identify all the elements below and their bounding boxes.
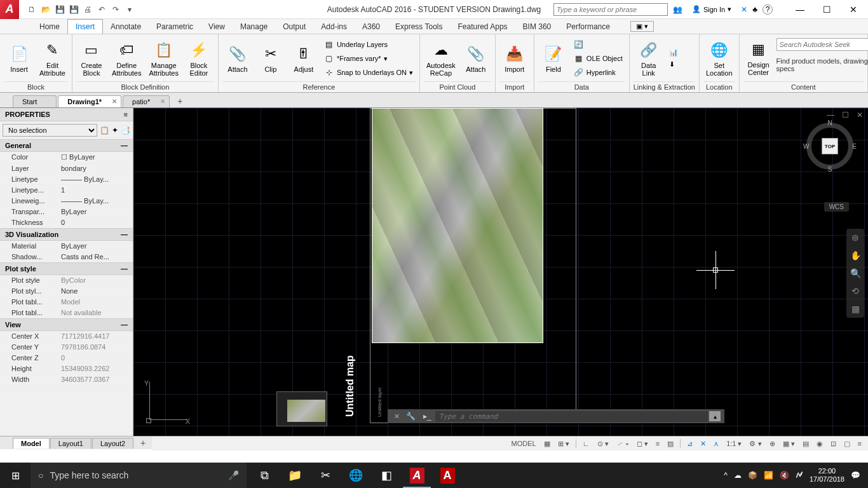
section-general[interactable]: General— [0, 139, 133, 152]
file-tab-patio[interactable]: patio*✕ [123, 95, 170, 107]
infocenter-icon[interactable]: 👥 [673, 5, 682, 14]
tab-view[interactable]: View [201, 20, 233, 34]
tab-addins[interactable]: Add-ins [313, 20, 355, 34]
taskview-icon[interactable]: ⧉ [249, 463, 280, 488]
notifications-icon[interactable]: 💬 [851, 471, 860, 480]
preview-thumbnail[interactable] [276, 391, 327, 426]
section-plot[interactable]: Plot style— [0, 262, 133, 275]
block-editor-button[interactable]: ⚡Block Editor [184, 39, 214, 78]
saveas-icon[interactable]: 💾 [67, 3, 80, 16]
polar-icon[interactable]: ⊙ ▾ [596, 440, 610, 448]
tab-home[interactable]: Home [32, 20, 67, 34]
help-icon[interactable]: ? [763, 4, 773, 15]
customize-icon[interactable]: ≡ [857, 440, 863, 447]
field-button[interactable]: 📝Field [538, 43, 569, 74]
close-tab-icon[interactable]: ✕ [160, 98, 165, 105]
manage-attributes-button[interactable]: 📋Manage Attributes [146, 39, 180, 78]
hyperlink-button[interactable]: 🔗Hyperlink [571, 66, 625, 79]
hardware-accel-icon[interactable]: ⊡ [829, 440, 837, 448]
frames-button[interactable]: ▢*Frames vary* ▾ [322, 52, 416, 65]
toggle-pickadd-icon[interactable]: 📑 [121, 126, 130, 135]
cmdline-close-icon[interactable]: ✕ [391, 412, 402, 421]
snip-icon[interactable]: ✂ [310, 463, 341, 488]
close-tab-icon[interactable]: ✕ [112, 98, 117, 105]
section-3dviz[interactable]: 3D Visualization— [0, 228, 133, 241]
start-button[interactable]: ⊞ [0, 463, 31, 488]
units-icon[interactable]: ▦ ▾ [782, 440, 796, 448]
viewcube[interactable]: N S E W TOP [804, 121, 855, 172]
file-tab-drawing1[interactable]: Drawing1*✕ [58, 95, 121, 107]
print-icon[interactable]: 🖨 [81, 3, 94, 16]
signin-button[interactable]: 👤 Sign In ▾ [688, 3, 736, 15]
annotation-scale[interactable]: 1:1 ▾ [725, 440, 743, 448]
canvas-close-icon[interactable]: ✕ [854, 111, 865, 119]
acrobat-icon[interactable]: A [432, 463, 463, 488]
maximize-button[interactable]: ☐ [817, 3, 836, 16]
wcs-label[interactable]: WCS [824, 202, 849, 212]
clean-screen-icon[interactable]: ▢ [843, 440, 851, 448]
tab-manage[interactable]: Manage [233, 20, 275, 34]
selection-dropdown[interactable]: No selection [3, 124, 97, 137]
zoom-icon[interactable]: 🔍 [850, 268, 861, 278]
app-logo[interactable]: A [0, 0, 19, 19]
close-button[interactable]: ✕ [844, 3, 863, 16]
explorer-icon[interactable]: 📁 [280, 463, 310, 488]
clip-button[interactable]: ✂Clip [255, 43, 286, 74]
add-tab-button[interactable]: + [171, 95, 189, 107]
dynamic-ucs-icon[interactable]: ⋏ [712, 440, 720, 448]
design-center-button[interactable]: ▦Design Center [743, 38, 774, 78]
taskbar-search[interactable]: ○ Type here to search 🎤 [31, 463, 247, 488]
volume-icon[interactable]: 🔇 [780, 471, 789, 480]
underlay-layers-button[interactable]: ▤Underlay Layers [322, 38, 416, 51]
update-fields-button[interactable]: 🔄 [571, 38, 625, 51]
modelspace-toggle[interactable]: MODEL [510, 440, 538, 447]
attach-button[interactable]: 📎Attach [222, 43, 253, 74]
transparency-icon[interactable]: ▨ [666, 440, 675, 448]
add-layout-button[interactable]: + [134, 437, 152, 449]
new-icon[interactable]: 🗋 [25, 3, 38, 16]
annotation-monitor-icon[interactable]: ⊕ [768, 440, 776, 448]
ribbon-minimize-button[interactable]: ▣ ▾ [630, 21, 654, 32]
ortho-icon[interactable]: ∟ [581, 440, 591, 447]
snap-underlays-button[interactable]: ⊹Snap to Underlays ON ▾ [322, 66, 416, 79]
download-icon[interactable]: ⬇ [667, 59, 681, 70]
drawing-canvas[interactable]: Untitled map Untitled layer Y X N S E W … [133, 108, 868, 436]
help-search-input[interactable] [553, 3, 668, 16]
isodraft-icon[interactable]: ⟋ ▾ [615, 440, 630, 447]
clock[interactable]: 22:00 17/07/2018 [810, 467, 844, 484]
undo-icon[interactable]: ↶ [95, 3, 108, 16]
define-attributes-button[interactable]: 🏷Define Attributes [109, 39, 144, 78]
seek-search-input[interactable] [776, 38, 868, 51]
extract-icon[interactable]: 📊 [667, 47, 681, 58]
power-icon[interactable]: 🗲 [796, 471, 803, 480]
stay-connected-icon[interactable]: ♣ [752, 5, 757, 14]
datalink-button[interactable]: 🔗Data Link [634, 39, 664, 78]
tab-featured[interactable]: Featured Apps [451, 20, 515, 34]
import-button[interactable]: 📥Import [499, 43, 530, 74]
dropbox-icon[interactable]: 📦 [748, 471, 757, 480]
tab-a360[interactable]: A360 [355, 20, 388, 34]
layout-tab-layout2[interactable]: Layout2 [92, 438, 133, 449]
create-block-button[interactable]: ▭Create Block [76, 39, 107, 78]
snapmode-icon[interactable]: ⊞ ▾ [557, 440, 571, 448]
canvas-max-icon[interactable]: ☐ [839, 111, 851, 119]
qa-dropdown-icon[interactable]: ▾ [123, 3, 136, 16]
open-icon[interactable]: 📂 [39, 3, 52, 16]
osnap-icon[interactable]: ◻ ▾ [635, 440, 649, 448]
cmdline-wrench-icon[interactable]: 🔧 [402, 412, 419, 421]
panel-menu-icon[interactable]: ≡ [124, 111, 128, 118]
3dosnap-icon[interactable]: ✕ [699, 440, 707, 448]
quick-select-icon[interactable]: 📋 [100, 126, 109, 135]
tab-annotate[interactable]: Annotate [103, 20, 149, 34]
redo-icon[interactable]: ↷ [109, 3, 122, 16]
lineweight-icon[interactable]: ≡ [654, 440, 661, 447]
grid-toggle-icon[interactable]: ▦ [543, 440, 552, 448]
pc-attach-button[interactable]: 📎Attach [461, 43, 491, 74]
tray-up-icon[interactable]: ^ [724, 471, 728, 480]
recap-button[interactable]: ☁Autodesk ReCap [424, 39, 458, 78]
canvas-min-icon[interactable]: — [824, 111, 837, 119]
autocad-taskbar-icon[interactable]: A [402, 463, 432, 488]
app-icon[interactable]: ◧ [371, 463, 402, 488]
showmotion-icon[interactable]: ▦ [851, 304, 860, 314]
file-tab-start[interactable]: Start [13, 95, 57, 107]
